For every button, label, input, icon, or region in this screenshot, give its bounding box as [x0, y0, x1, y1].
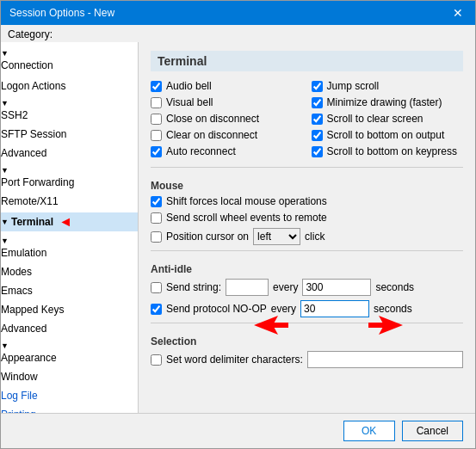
- col-left: Audio bell Visual bell Close on disconne…: [151, 80, 303, 162]
- send-string-checkbox[interactable]: [151, 282, 162, 293]
- send-protocol-every-label: every: [271, 303, 296, 315]
- send-protocol-label: Send protocol NO-OP: [166, 303, 267, 315]
- dialog-title: Session Options - New: [9, 7, 114, 19]
- sidebar-item-port-forwarding[interactable]: ▼Port Forwarding: [1, 163, 138, 192]
- scroll-bottom-output-checkbox[interactable]: [312, 130, 323, 141]
- scroll-bottom-output-row: Scroll to bottom on output: [312, 129, 464, 141]
- set-word-delimiter-label: Set word delimiter characters:: [166, 354, 303, 366]
- position-cursor-select[interactable]: left right: [253, 228, 300, 245]
- sidebar-item-emacs[interactable]: Emacs: [1, 281, 138, 300]
- auto-reconnect-checkbox[interactable]: [151, 146, 162, 157]
- category-label: Category:: [1, 25, 475, 42]
- session-options-dialog: Session Options - New ✕ Category: ▼Conne…: [0, 0, 476, 449]
- sidebar-item-remote-x11[interactable]: Remote/X11: [1, 192, 138, 211]
- main-panel: Terminal Audio bell Visual bell Close on…: [139, 42, 475, 413]
- sidebar-item-ssh2[interactable]: ▼SSH2: [1, 95, 138, 125]
- send-scroll-wheel-checkbox[interactable]: [151, 212, 162, 224]
- scroll-bottom-keypress-label: Scroll to bottom on keypress: [327, 145, 457, 157]
- send-scroll-wheel-row: Send scroll wheel events to remote: [151, 212, 463, 224]
- jump-scroll-checkbox[interactable]: [312, 81, 323, 92]
- click-label: click: [305, 231, 325, 243]
- visual-bell-label: Visual bell: [166, 96, 213, 108]
- audio-bell-label: Audio bell: [166, 80, 212, 92]
- visual-bell-checkbox[interactable]: [151, 97, 162, 108]
- clear-on-disconnect-label: Clear on disconnect: [166, 129, 257, 141]
- mouse-section: Mouse Shift forces local mouse operation…: [151, 167, 463, 245]
- sidebar-item-logon-actions[interactable]: Logon Actions: [1, 75, 138, 95]
- jump-scroll-row: Jump scroll: [312, 80, 464, 92]
- selection-section: Selection Set word delimiter characters:: [151, 323, 463, 368]
- auto-reconnect-row: Auto reconnect: [151, 145, 303, 157]
- sidebar-item-advanced-ssh2[interactable]: Advanced: [1, 144, 138, 163]
- close-on-disconnect-checkbox[interactable]: [151, 114, 162, 125]
- send-string-input[interactable]: [226, 279, 269, 296]
- sidebar: ▼Connection Logon Actions ▼SSH2 SFTP Ses…: [1, 42, 139, 413]
- sidebar-item-terminal[interactable]: ▼ Terminal ◄: [1, 211, 138, 233]
- position-cursor-label: Position cursor on: [166, 231, 249, 243]
- set-word-delimiter-input[interactable]: [307, 351, 463, 368]
- send-protocol-seconds-label: seconds: [374, 303, 412, 315]
- auto-reconnect-label: Auto reconnect: [166, 145, 236, 157]
- cancel-button[interactable]: Cancel: [402, 421, 463, 441]
- mouse-label: Mouse: [151, 180, 463, 192]
- clear-on-disconnect-checkbox[interactable]: [151, 130, 162, 141]
- send-string-seconds-label: seconds: [375, 281, 414, 293]
- visual-bell-row: Visual bell: [151, 96, 303, 108]
- send-scroll-wheel-label: Send scroll wheel events to remote: [166, 212, 327, 224]
- title-bar: Session Options - New ✕: [1, 1, 475, 25]
- sidebar-item-modes[interactable]: Modes: [1, 262, 138, 281]
- shift-forces-local-label: Shift forces local mouse operations: [166, 195, 327, 207]
- set-word-delimiter-checkbox[interactable]: [151, 354, 162, 366]
- close-on-disconnect-label: Close on disconnect: [166, 113, 259, 125]
- scroll-clear-screen-row: Scroll to clear screen: [312, 113, 464, 125]
- audio-bell-checkbox[interactable]: [151, 81, 162, 92]
- sidebar-item-emulation[interactable]: ▼Emulation: [1, 233, 138, 262]
- close-on-disconnect-row: Close on disconnect: [151, 113, 303, 125]
- clear-on-disconnect-row: Clear on disconnect: [151, 129, 303, 141]
- shift-forces-local-checkbox[interactable]: [151, 196, 162, 207]
- close-button[interactable]: ✕: [449, 6, 467, 20]
- selection-label: Selection: [151, 335, 463, 348]
- dialog-footer: OK Cancel: [1, 413, 475, 448]
- send-string-label: Send string:: [166, 281, 221, 293]
- scroll-bottom-keypress-row: Scroll to bottom on keypress: [312, 145, 464, 157]
- sidebar-item-appearance[interactable]: ▼Appearance: [1, 338, 138, 367]
- minimize-drawing-row: Minimize drawing (faster): [312, 96, 464, 108]
- send-string-every-label: every: [273, 281, 298, 293]
- position-cursor-checkbox[interactable]: [151, 231, 162, 243]
- send-protocol-checkbox[interactable]: [151, 304, 162, 315]
- sidebar-item-connection[interactable]: ▼Connection: [1, 46, 138, 75]
- col-right: Jump scroll Minimize drawing (faster) Sc…: [312, 80, 464, 162]
- scroll-clear-screen-checkbox[interactable]: [312, 114, 323, 125]
- position-cursor-row: Position cursor on left right click: [151, 228, 463, 245]
- audio-bell-row: Audio bell: [151, 80, 303, 92]
- anti-idle-section: Anti-idle Send string: every seconds Sen…: [151, 250, 463, 317]
- sidebar-item-advanced-emulation[interactable]: Advanced: [1, 319, 138, 338]
- set-word-delimiter-row: Set word delimiter characters:: [151, 351, 463, 368]
- terminal-options: Audio bell Visual bell Close on disconne…: [151, 80, 463, 162]
- ok-button[interactable]: OK: [343, 421, 395, 441]
- sidebar-item-window[interactable]: Window: [1, 367, 138, 386]
- minimize-drawing-label: Minimize drawing (faster): [327, 96, 442, 108]
- shift-forces-local-row: Shift forces local mouse operations: [151, 195, 463, 207]
- send-string-seconds-input[interactable]: [302, 279, 371, 296]
- sidebar-item-mapped-keys[interactable]: Mapped Keys: [1, 300, 138, 319]
- sidebar-item-sftp-session[interactable]: SFTP Session: [1, 125, 138, 144]
- send-protocol-seconds-input[interactable]: [300, 300, 369, 317]
- send-protocol-row: Send protocol NO-OP every seconds: [151, 300, 463, 317]
- scroll-clear-screen-label: Scroll to clear screen: [327, 113, 423, 125]
- sidebar-item-printing[interactable]: Printing: [1, 405, 138, 413]
- send-string-row: Send string: every seconds: [151, 279, 463, 296]
- anti-idle-label: Anti-idle: [151, 263, 463, 275]
- jump-scroll-label: Jump scroll: [327, 80, 380, 92]
- panel-title: Terminal: [151, 51, 463, 71]
- minimize-drawing-checkbox[interactable]: [312, 97, 323, 108]
- scroll-bottom-output-label: Scroll to bottom on output: [327, 129, 445, 141]
- sidebar-item-log-file[interactable]: Log File: [1, 386, 138, 405]
- dialog-body: ▼Connection Logon Actions ▼SSH2 SFTP Ses…: [1, 42, 475, 413]
- scroll-bottom-keypress-checkbox[interactable]: [312, 146, 323, 157]
